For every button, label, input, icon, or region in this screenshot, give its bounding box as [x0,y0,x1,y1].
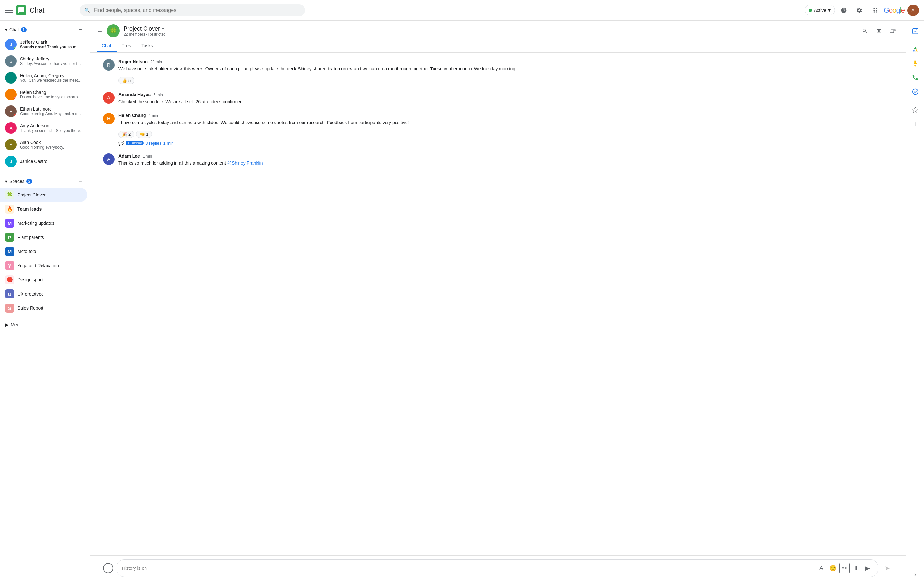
user-avatar[interactable]: A [907,5,919,16]
chat-item-helen-chang[interactable]: H Helen Chang Do you have time to sync t… [0,86,87,103]
message-content: Adam Lee 1 min Thanks so much for adding… [119,153,893,166]
message-helen-chang: H Helen Chang 4 min I have some cycles t… [103,113,893,146]
avatar: E [5,105,17,117]
space-item-team-leads[interactable]: 🔥 Team leads [0,202,87,216]
help-icon[interactable] [837,4,850,17]
chat-item-janice-castro[interactable]: J Janice Castro [0,153,87,170]
meet-section-header[interactable]: ▶ Meet [5,320,85,329]
avatar: H [103,113,115,125]
chevron-down-icon: ▾ [5,27,7,32]
chat-area: ← 🍀 Project Clover ▾ 22 members · Restri… [90,21,906,582]
chat-item-jeffery-clark[interactable]: J Jeffery Clark Sounds great! Thank you … [0,36,87,53]
tab-tasks[interactable]: Tasks [136,40,158,53]
add-content-button[interactable]: + [103,563,113,573]
info-panel-icon[interactable] [887,25,899,37]
chat-item-alan-cook[interactable]: A Alan Cook Good morning everybody. [0,136,87,153]
message-input-box: A 🙂 GIF ⬆ ▶ [117,559,878,577]
space-item-moto-foto[interactable]: M Moto foto [0,244,87,258]
video-icon[interactable] [873,25,885,37]
chat-messages: R Roger Nelson 20 min We have our stakeh… [90,53,906,555]
space-item-yoga-relaxation[interactable]: Y Yoga and Relaxation [0,258,87,273]
reaction-thumbsup[interactable]: 👍 5 [119,77,134,84]
google-calendar-icon[interactable]: 26 [909,25,922,37]
chat-item-amy-anderson[interactable]: A Amy Anderson Thank you so much. See yo… [0,120,87,136]
app-title: Chat [30,6,45,15]
reaction-party[interactable]: 🎉 2 [119,131,134,138]
avatar: S [5,55,17,67]
reaction-fist[interactable]: 🤜 1 [136,131,152,138]
search-bar: 🔍 [80,4,305,16]
message-reactions: 🎉 2 🤜 1 [119,128,893,138]
sender-name: Roger Nelson [119,59,148,64]
space-icon: 🔴 [5,275,14,284]
space-item-design-sprint[interactable]: 🔴 Design sprint [0,273,87,287]
spaces-section-header[interactable]: ▾ Spaces 2 + [0,175,90,188]
avatar: A [103,92,115,104]
google-drive-icon[interactable] [909,43,922,56]
tab-files[interactable]: Files [117,40,137,53]
chat-header-name[interactable]: Project Clover ▾ [124,25,855,32]
space-item-ux-prototype[interactable]: U UX prototype [0,287,87,301]
google-voice-icon[interactable] [909,71,922,84]
chat-item-name: Helen Chang [20,90,82,95]
mention-shirley[interactable]: @Shirley Franklin [227,160,263,166]
chat-item-helen-adam-gregory[interactable]: H Helen, Adam, Gregory You: Can we resch… [0,69,87,86]
space-item-plant-parents[interactable]: P Plant parents [0,230,87,244]
space-icon: 🔥 [5,204,14,214]
avatar: H [5,72,17,84]
message-header: Amanda Hayes 7 min [119,92,893,97]
chat-section: ▾ Chat 1 + J Jeffery Clark Sounds great!… [0,21,90,173]
expand-icon[interactable] [913,572,918,582]
message-text: I have some cycles today and can help wi… [119,119,893,126]
gif-icon[interactable]: GIF [839,563,850,573]
chat-item-name: Shirley, Jeffery [20,56,82,61]
google-tasks-icon[interactable] [909,85,922,98]
space-name: Moto foto [17,249,36,254]
send-button[interactable]: ➤ [881,562,893,574]
search-button[interactable] [858,25,871,37]
starred-icon[interactable] [909,104,922,117]
message-thread[interactable]: 💬 1 Unread 3 replies 1 min [119,141,893,146]
apps-icon[interactable] [868,4,881,17]
space-item-marketing-updates[interactable]: M Marketing updates [0,216,87,230]
svg-marker-8 [912,107,918,113]
message-text: We have our stakeholder review this week… [119,66,893,72]
back-button[interactable]: ← [97,27,103,35]
sender-name: Adam Lee [119,153,140,158]
search-input[interactable] [80,4,305,16]
space-item-project-clover[interactable]: 🍀 Project Clover [0,188,87,202]
space-item-sales-report[interactable]: S Sales Report [0,301,87,315]
chat-section-header[interactable]: ▾ Chat 1 + [0,23,90,36]
hamburger-menu[interactable] [5,7,13,14]
avatar: J [5,39,17,50]
upload-icon[interactable]: ⬆ [851,563,861,573]
message-time: 4 min [148,113,158,118]
space-icon: Y [5,261,14,270]
chat-tabs: Chat Files Tasks [97,40,899,53]
space-name: Plant parents [17,235,44,240]
chat-header-info: Project Clover ▾ 22 members · Restricted [124,25,855,37]
chat-header: ← 🍀 Project Clover ▾ 22 members · Restri… [90,21,906,53]
message-time: 20 min [150,60,162,64]
chat-item-shirley-jeffery[interactable]: S Shirley, Jeffery Shirley: Awesome, tha… [0,53,87,69]
emoji-icon[interactable]: 🙂 [828,563,838,573]
video-call-icon[interactable]: ▶ [863,563,873,573]
chat-item-name: Amy Anderson [20,123,82,128]
tab-chat[interactable]: Chat [97,40,117,53]
google-keep-icon[interactable] [909,57,922,70]
add-apps-icon[interactable]: + [909,118,922,131]
chat-add-button[interactable]: + [76,25,85,34]
message-time: 7 min [153,93,163,97]
settings-icon[interactable] [853,4,866,17]
message-text: Thanks so much for adding in all this am… [119,160,893,166]
spaces-add-button[interactable]: + [76,177,85,186]
spaces-section-label: Spaces [9,179,25,184]
format-text-icon[interactable]: A [816,563,827,573]
chat-item-info: Ethan Lattimore Good morning Ann. May I … [20,107,82,116]
message-input[interactable] [122,566,813,571]
chat-item-preview: Good morning Ann. May I ask a question? [20,112,82,116]
chat-item-ethan-lattimore[interactable]: E Ethan Lattimore Good morning Ann. May … [0,103,87,120]
active-status-button[interactable]: Active ▾ [805,5,835,15]
message-content: Helen Chang 4 min I have some cycles tod… [119,113,893,146]
chat-item-preview: You: Can we reschedule the meeting for..… [20,78,82,83]
